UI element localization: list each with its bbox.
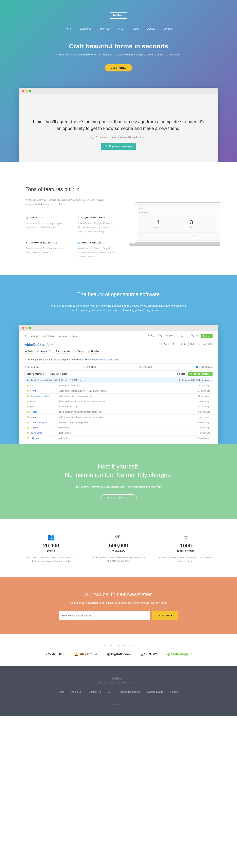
gh-find-file: Find file <box>175 372 188 376</box>
subscribe-button[interactable]: SUBSCRIBE <box>152 611 178 620</box>
pop-message-button[interactable]: ✎ Pop me a message <box>101 143 136 150</box>
users-icon: 👥 <box>24 533 79 540</box>
features-title: Tons of features built in <box>26 186 211 192</box>
feature-desc: Write forms in French, English, Spanish,… <box>78 246 118 259</box>
nav-about[interactable]: About <box>132 27 138 30</box>
stat-number: 500,000 <box>91 542 146 549</box>
gh-file-row: 📁 design/screenshotsadded translation in… <box>25 394 212 399</box>
gh-contributors: 8 contributors <box>199 366 212 368</box>
opensource-sub: With our opensource community, TellForm … <box>48 304 189 312</box>
footer-nav-source[interactable]: Browse the Source <box>120 690 140 693</box>
gh-commit-msg: whitef0x0 committed on GitHub Update REA… <box>30 379 82 381</box>
footer-nav-register[interactable]: Register <box>170 690 179 693</box>
features-section: Tons of features built in With TellForm … <box>0 162 237 275</box>
gh-file-row: 📁 publicfixed dragging bug14 days ago <box>25 404 212 409</box>
github-icon: ◐ <box>25 335 27 337</box>
newsletter-title: Subscribe To Our Newsletter <box>0 591 237 598</box>
close-icon <box>22 90 25 92</box>
feature-title: 11 QUESTION TYPES <box>81 217 105 219</box>
stat-label: USERS <box>24 550 79 552</box>
browser-chrome-bar <box>20 88 217 94</box>
gh-nav-item: Support <box>165 334 173 338</box>
gh-star-count: 986 <box>189 342 196 346</box>
gh-nav-item: Explore <box>70 335 77 337</box>
star-icon: ☆ <box>158 533 213 540</box>
github-mockup: ◐ Personal Open source Business Explore … <box>20 324 217 444</box>
nav-selfhost[interactable]: Self Host <box>100 27 110 30</box>
nav-contact[interactable]: Contact <box>163 27 172 30</box>
code-icon: <> <box>25 350 27 354</box>
gh-file-row: 📁 .csslintrcfirst commita year ago <box>25 425 212 430</box>
feature-title: MULTI-LANGUAGE <box>82 242 103 244</box>
maximize-icon <box>29 90 31 92</box>
footer-nav-status[interactable]: System Status <box>147 690 163 693</box>
gh-tab: Issues <box>40 350 47 354</box>
check-icon: ✓ <box>26 242 27 244</box>
sponsors-label: PROUDLY SPONSORED BY <box>0 644 237 646</box>
minimize-icon <box>26 327 28 329</box>
gh-nav-item: Blog <box>158 334 162 338</box>
newsletter-section: Subscribe To Our Newsletter Signup to ou… <box>0 577 237 634</box>
gh-signup: Sign up <box>201 334 212 338</box>
pencil-icon: ✎ <box>105 145 107 148</box>
nav-donate[interactable]: Donate <box>147 27 155 30</box>
stat-label: Desktops <box>154 226 162 228</box>
maximize-icon <box>29 327 31 329</box>
gh-branch: master <box>35 373 42 375</box>
get-started-button[interactable]: GET STARTED <box>105 64 132 71</box>
feature-multilang: 🌐MULTI-LANGUAGE Write forms in French, E… <box>78 242 118 259</box>
gh-tab: Pull requests <box>56 350 70 354</box>
chart-icon: 📊 <box>26 217 28 219</box>
nav-faq[interactable]: FAQ <box>118 27 124 30</box>
install-yourself-button[interactable]: INSTALL IT YOURSELF <box>100 494 137 501</box>
nav-home[interactable]: Home <box>65 27 72 30</box>
gh-badge: 1 <box>71 350 72 352</box>
search-icon: 🔍 <box>176 334 188 338</box>
gh-branches: 9 branches <box>85 366 96 368</box>
stat-pageviews: 👁 500,000 PAGEVIEWS TellForm.com has see… <box>85 533 152 563</box>
feature-title: CUSTOMIZABLE DESIGN <box>29 242 57 244</box>
gh-watch-count: 43 <box>171 342 177 346</box>
opensource-title: The beauty of opensource software <box>0 291 237 298</box>
footer-nav-about[interactable]: About Us <box>71 690 81 693</box>
gh-watch: Watch <box>164 343 169 345</box>
gh-fork-count: 88 <box>207 342 212 346</box>
gh-star: Star <box>183 343 187 345</box>
footer-nav-home[interactable]: Home <box>58 690 64 693</box>
stat-label: PAGEVIEWS <box>91 550 146 552</box>
feature-question-types: ≡11 QUESTION TYPES From Dates to Multipl… <box>78 217 118 234</box>
minimize-icon <box>26 90 28 92</box>
gh-nav-item: Personal <box>30 335 38 337</box>
features-sub: With TellForm you'll get all the feature… <box>26 197 106 207</box>
demo-browser-mockup: I think you'll agree, there's nothing be… <box>20 88 217 162</box>
gh-repo-name: tellform <box>42 343 54 346</box>
footer-nav: Home About Us Contact Us API Browse the … <box>0 690 237 693</box>
stat-label: Tablets <box>189 226 194 228</box>
selfhost-sub: TellForm will forever be 100% opensource… <box>0 485 237 488</box>
gh-nav-item: Open source <box>42 335 55 337</box>
newsletter-sub: Signup to our newsletter to get exclusiv… <box>0 601 237 604</box>
gh-file-row: 📁 .codeclimate.ymlupdated code-climate y… <box>25 420 212 425</box>
gh-file-row: 📁 .gitignoreadded libs2 months ago <box>25 436 212 441</box>
email-input[interactable] <box>59 611 150 620</box>
sponsor-statuspage: ◉ StatusPage.io <box>167 652 192 656</box>
gh-tab: Graphs <box>91 350 99 354</box>
gh-file-row: 📁 .editorconfigfirst commita year ago <box>25 430 212 436</box>
gh-branch-label: Branch: <box>27 373 34 375</box>
gh-file-row: 📁 configAdded messaging support for user… <box>25 389 212 394</box>
hero-section: TellForm Home Examples Self Host FAQ Abo… <box>0 0 237 162</box>
stat-label: GITHUB STARS <box>158 550 213 552</box>
stat-stars: ☆ 1000 GITHUB STARS TellForm has been a … <box>152 533 219 563</box>
list-icon: ≡ <box>78 217 79 219</box>
footer-nav-contact[interactable]: Contact Us <box>89 690 101 693</box>
footer-nav-api[interactable]: API <box>108 690 112 693</box>
hero-subtitle: Create stunning embedable forms for recr… <box>0 53 237 56</box>
nav-examples[interactable]: Examples <box>80 27 91 30</box>
gh-commit-date: Latest commit 888678 6 days ago <box>177 379 210 381</box>
footer: TellForm OPEN SOURCE FORM CREATOR Home A… <box>0 666 237 716</box>
gh-nav-item: Pricing <box>147 334 154 338</box>
gh-commits: 294 commits <box>27 366 39 368</box>
pop-message-label: Pop me a message <box>109 145 132 148</box>
demo-sub: If you're interested in me and what I do… <box>32 136 205 138</box>
stat-number: 20,000 <box>24 542 79 549</box>
